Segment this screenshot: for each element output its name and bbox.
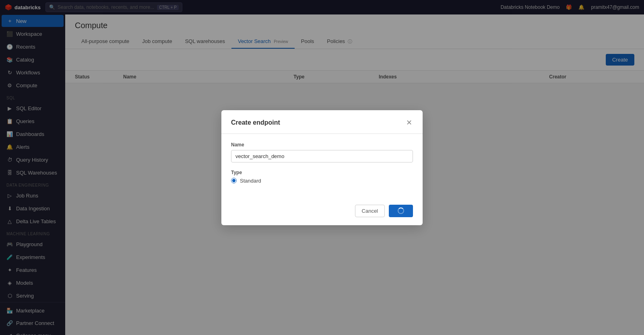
create-endpoint-modal: Create endpoint ✕ Name Type Standard Can…	[221, 110, 423, 225]
cancel-button[interactable]: Cancel	[355, 205, 385, 217]
radio-item-standard: Standard	[231, 178, 413, 184]
modal-footer: Cancel	[221, 199, 423, 225]
radio-standard[interactable]	[231, 178, 237, 183]
name-form-group: Name	[231, 142, 413, 162]
submit-button[interactable]	[389, 205, 413, 217]
name-label: Name	[231, 142, 413, 148]
modal-close-button[interactable]: ✕	[405, 118, 413, 127]
radio-standard-label: Standard	[240, 178, 261, 184]
modal-overlay[interactable]: Create endpoint ✕ Name Type Standard Can…	[0, 0, 644, 335]
name-input[interactable]	[231, 150, 413, 162]
submit-spinner	[398, 208, 404, 214]
modal-title: Create endpoint	[231, 119, 280, 126]
type-label: Type	[231, 170, 413, 175]
type-radio-group: Standard	[231, 178, 413, 184]
modal-body: Name Type Standard	[221, 134, 423, 199]
modal-header: Create endpoint ✕	[221, 110, 423, 134]
type-form-group: Type Standard	[231, 170, 413, 184]
